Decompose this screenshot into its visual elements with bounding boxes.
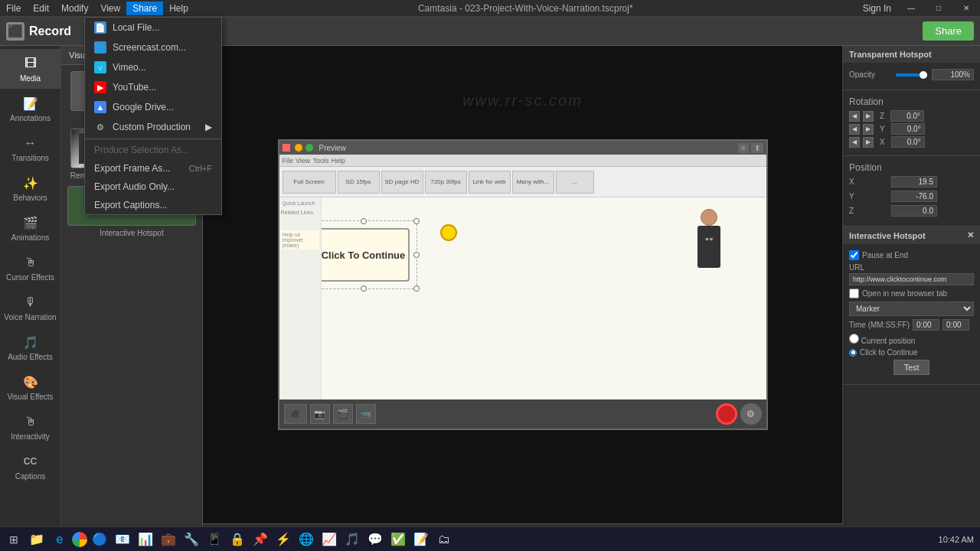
preview-settings-btn[interactable]: ⚙ — [740, 403, 762, 425]
sidebar-item-captions[interactable]: CC Captions — [0, 447, 60, 487]
opacity-thumb[interactable] — [920, 71, 927, 79]
taskbar-start[interactable]: ⊞ — [3, 529, 24, 550]
test-button[interactable]: Test — [893, 360, 929, 375]
taskbar-ie[interactable]: e — [49, 529, 70, 550]
sidebar-item-behaviors[interactable]: ✨ Behaviors — [0, 168, 60, 208]
dropdown-export-captions[interactable]: Export Captions... — [85, 196, 221, 214]
custom-icon: ⚙ — [94, 121, 106, 133]
y-input[interactable] — [891, 123, 925, 135]
menu-help[interactable]: Help — [163, 2, 194, 15]
sidebar-item-cursor[interactable]: 🖱 Cursor Effects — [0, 248, 60, 288]
sidebar-item-transitions[interactable]: ↔ Transitions — [0, 129, 60, 168]
y-nav-right[interactable]: ▶ — [863, 124, 874, 135]
taskbar-app10[interactable]: 🌐 — [296, 529, 317, 550]
pos-x-input[interactable] — [891, 176, 937, 187]
x-nav-left[interactable]: ◀ — [849, 137, 860, 148]
handle-br[interactable] — [413, 285, 420, 292]
preview-area: www.rr-sc.com Preview ≡ ⬆ — [203, 46, 842, 551]
pos-z-input[interactable] — [891, 205, 937, 217]
taskbar-app8[interactable]: 📌 — [250, 529, 271, 550]
taskbar-app4[interactable]: 💼 — [158, 529, 179, 550]
handle-tr[interactable] — [413, 218, 420, 224]
handle-mr[interactable] — [413, 252, 420, 258]
open-new-tab-checkbox[interactable] — [849, 289, 859, 298]
close-button[interactable]: ✕ — [952, 0, 980, 17]
menu-file[interactable]: File — [0, 2, 27, 15]
url-input[interactable] — [849, 273, 974, 285]
sidebar-item-annotations[interactable]: 📝 Annotations — [0, 89, 60, 129]
marker-select[interactable]: Marker — [849, 302, 974, 316]
sidebar-item-voice[interactable]: 🎙 Voice Narration — [0, 288, 60, 328]
transparent-hotspot-title: Transparent Hotspot — [843, 46, 980, 63]
dropdown-export-frame[interactable]: Export Frame As... Ctrl+F — [85, 159, 221, 178]
taskbar-app3[interactable]: 📊 — [135, 529, 156, 550]
z-nav-right[interactable]: ▶ — [863, 111, 874, 122]
dropdown-custom[interactable]: ⚙ Custom Production ▶ — [85, 117, 221, 137]
dropdown-vimeo[interactable]: v Vimeo... — [85, 57, 221, 77]
time-input1[interactable] — [913, 319, 939, 331]
opacity-section: Opacity 100% — [843, 63, 980, 90]
taskbar-app15[interactable]: 📝 — [410, 529, 432, 550]
dropdown-youtube[interactable]: ▶ YouTube... — [85, 77, 221, 97]
taskbar-app5[interactable]: 🔧 — [181, 529, 202, 550]
handle-bm[interactable] — [361, 285, 367, 292]
menu-view[interactable]: View — [94, 2, 126, 15]
url-label: URL — [849, 263, 974, 272]
taskbar-app7[interactable]: 🔒 — [227, 529, 248, 550]
x-input[interactable] — [891, 136, 925, 148]
sign-in[interactable]: Sign In — [857, 2, 897, 15]
preview-icon4[interactable]: 📹 — [356, 404, 376, 424]
interactive-hotspot-title: Interactive Hotspot ✕ — [843, 227, 980, 244]
preview-icon1[interactable]: ⬛ — [284, 404, 307, 424]
taskbar-app12[interactable]: 🎵 — [341, 529, 363, 550]
handle-tm[interactable] — [361, 218, 367, 224]
time-input2[interactable] — [942, 319, 969, 331]
pause-at-end-row: Pause at End — [849, 250, 974, 260]
minimize-button[interactable]: — — [897, 0, 925, 17]
sidebar-item-animations[interactable]: 🎬 Animations — [0, 208, 60, 248]
sidebar-item-interactivity[interactable]: 🖱 Interactivity — [0, 407, 60, 447]
taskbar-app6[interactable]: 📱 — [204, 529, 225, 550]
pos-y-input[interactable] — [891, 191, 937, 202]
z-nav-left[interactable]: ◀ — [849, 111, 860, 122]
taskbar-app14[interactable]: ✅ — [387, 529, 409, 550]
dropdown-export-audio[interactable]: Export Audio Only... — [85, 178, 221, 196]
record-dot[interactable] — [716, 403, 737, 425]
share-dropdown: 📄 Local File... 🌐 Screencast.com... v Vi… — [84, 17, 222, 215]
record-button[interactable]: ⬛ Record — [6, 22, 71, 41]
taskbar-explorer[interactable]: 📁 — [26, 529, 47, 550]
dropdown-local-file[interactable]: 📄 Local File... — [85, 18, 221, 37]
menu-share[interactable]: Share — [126, 2, 163, 15]
menu-edit[interactable]: Edit — [27, 2, 55, 15]
label-item[interactable]: Quick Launch — [281, 199, 319, 207]
taskbar-app9[interactable]: ⚡ — [273, 529, 294, 550]
taskbar-app11[interactable]: 📈 — [318, 529, 340, 550]
maximize-button[interactable]: □ — [925, 0, 952, 17]
taskbar-app13[interactable]: 💬 — [364, 529, 386, 550]
menu-modify[interactable]: Modify — [55, 2, 94, 15]
preview-icon3[interactable]: 🎬 — [333, 404, 353, 424]
sidebar-item-audio[interactable]: 🎵 Audio Effects — [0, 328, 60, 367]
preview-toolbar: Preview ≡ ⬆ — [279, 141, 766, 155]
taskbar-app16[interactable]: 🗂 — [433, 529, 455, 550]
current-position-radio[interactable] — [849, 334, 859, 344]
taskbar-chrome[interactable] — [72, 532, 87, 547]
taskbar-app1[interactable]: 🔵 — [89, 529, 110, 550]
rotation-section: Rotation ◀ ▶ Z ◀ ▶ Y ◀ ▶ X — [843, 90, 980, 156]
hotspot-marker[interactable] — [440, 224, 457, 241]
z-input[interactable] — [890, 110, 924, 122]
pause-at-end-checkbox[interactable] — [849, 250, 859, 260]
position-section: Position X Y Z — [843, 156, 980, 227]
dropdown-screencast[interactable]: 🌐 Screencast.com... — [85, 37, 221, 57]
sidebar-item-media[interactable]: 🎞 Media — [0, 49, 60, 89]
hotspot-close-icon[interactable]: ✕ — [967, 230, 974, 240]
sidebar-item-visual[interactable]: 🎨 Visual Effects — [0, 367, 60, 407]
preview-icon2[interactable]: 📷 — [310, 404, 330, 424]
y-nav-left[interactable]: ◀ — [849, 124, 860, 135]
x-nav-right[interactable]: ▶ — [863, 137, 874, 148]
taskbar-app2[interactable]: 📧 — [112, 529, 133, 550]
opacity-slider[interactable] — [896, 73, 927, 77]
share-button[interactable]: Share — [923, 21, 974, 41]
dropdown-google-drive[interactable]: ▲ Google Drive... — [85, 97, 221, 117]
pos-z-label: Z — [849, 207, 891, 215]
